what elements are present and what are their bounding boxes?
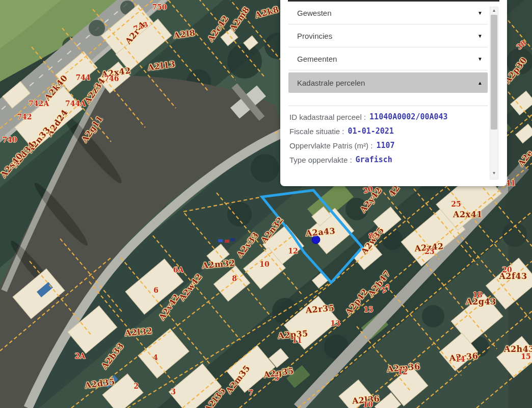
chevron-icon: ▼: [477, 33, 488, 39]
detail-value: 01-01-2021: [348, 126, 394, 136]
scroll-up-icon[interactable]: ▲: [490, 7, 498, 14]
parcel-detail-row: ID kadastraal perceel : 11040A0002/00A04…: [289, 110, 483, 124]
app-window: 750 748 A2r-1 A2m8 A2c42 A2k8 A2l8 A2l13…: [0, 0, 532, 408]
scrollbar-thumb[interactable]: [491, 15, 497, 130]
accordion-section[interactable]: Provincies ▼: [288, 24, 488, 47]
detail-value: Grafisch: [356, 155, 392, 164]
parcel-details: ID kadastraal perceel : 11040A0002/00A04…: [289, 110, 483, 167]
scroll-down-icon[interactable]: ▼: [490, 170, 498, 177]
accordion-section[interactable]: Gewesten ▼: [288, 2, 488, 24]
parcel-detail-row: Fiscale situatie : 01-01-2021: [289, 124, 483, 138]
accordion-section[interactable]: Gemeenten ▼: [288, 47, 488, 70]
layers-accordion: Gewesten ▼ Provincies ▼ Gemeenten ▼ Kada…: [288, 2, 488, 93]
chevron-icon: ▼: [477, 56, 488, 62]
detail-value: 1107: [376, 141, 394, 150]
detail-label: ID kadastraal perceel :: [289, 113, 366, 121]
accordion-label: Gemeenten: [288, 55, 337, 63]
accordion-label: Gewesten: [288, 9, 332, 17]
detail-value: 11040A0002/00A043: [369, 112, 448, 121]
detail-label: Fiscale situatie :: [289, 127, 344, 136]
divider: [288, 106, 488, 106]
chevron-icon: ▲: [477, 80, 488, 86]
selected-parcel-dot: [312, 236, 320, 244]
detail-label: Oppervlakte Patris (m²) :: [289, 141, 373, 150]
accordion-section[interactable]: Kadastrale percelen ▲: [288, 72, 488, 93]
parcel-detail-row: Oppervlakte Patris (m²) : 1107: [289, 138, 483, 152]
parcel-detail-row: Type oppervlakte : Grafisch: [289, 152, 483, 167]
accordion-label: Kadastrale percelen: [288, 79, 365, 87]
layers-panel: Gewesten ▼ Provincies ▼ Gemeenten ▼ Kada…: [280, 0, 507, 186]
accordion-label: Provincies: [288, 32, 332, 40]
detail-label: Type oppervlakte :: [289, 156, 352, 164]
panel-scrollbar[interactable]: ▲ ▼: [490, 7, 498, 180]
chevron-icon: ▼: [477, 10, 488, 16]
scrollbar-track[interactable]: [490, 14, 498, 170]
